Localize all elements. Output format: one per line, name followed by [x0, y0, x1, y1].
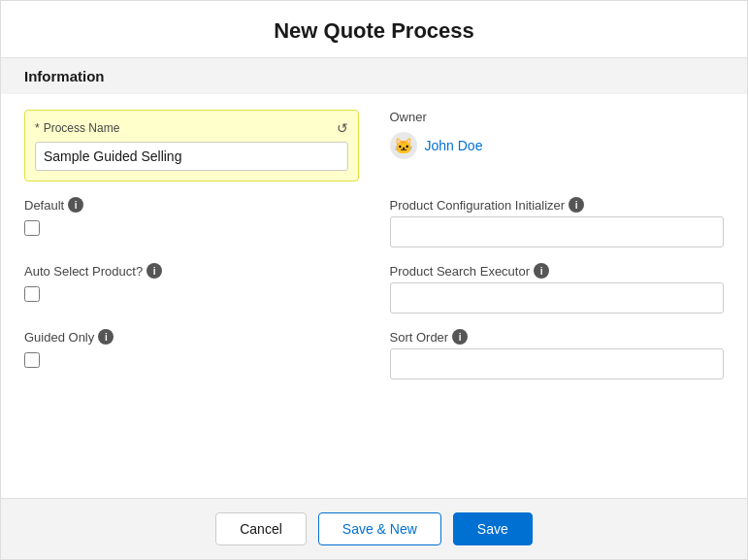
modal-title: New Quote Process: [24, 18, 724, 44]
default-checkbox[interactable]: [24, 220, 40, 236]
product-search-executor-info-icon[interactable]: i: [534, 263, 549, 279]
auto-select-checkbox-wrapper: [24, 286, 359, 302]
product-config-initializer-input[interactable]: [390, 216, 725, 247]
product-config-initializer-field: Product Configuration Initializer i: [390, 197, 725, 247]
modal-body: Information * Process Name ↺ Owner: [1, 58, 747, 498]
reset-icon[interactable]: ↺: [337, 120, 348, 136]
owner-display: 🐱 John Doe: [390, 132, 725, 159]
modal-container: New Quote Process Information * Process …: [0, 0, 748, 560]
avatar: 🐱: [390, 132, 417, 159]
process-name-label-row: * Process Name ↺: [35, 120, 348, 136]
guided-only-checkbox-wrapper: [24, 352, 359, 368]
sort-order-label: Sort Order i: [390, 329, 725, 345]
guided-only-info-icon[interactable]: i: [98, 329, 114, 345]
default-field: Default i: [24, 197, 359, 247]
owner-field: Owner 🐱 John Doe: [390, 110, 725, 181]
section-label: Information: [1, 58, 747, 94]
product-search-executor-field: Product Search Executor i: [390, 263, 725, 313]
auto-select-product-checkbox[interactable]: [24, 286, 40, 302]
guided-only-label: Guided Only i: [24, 329, 359, 345]
sort-order-input[interactable]: [390, 348, 725, 379]
guided-only-field: Guided Only i: [24, 329, 359, 379]
required-marker: *: [35, 121, 40, 135]
product-config-initializer-info-icon[interactable]: i: [569, 197, 584, 213]
form-grid: * Process Name ↺ Owner 🐱 John Doe: [24, 110, 724, 379]
default-checkbox-wrapper: [24, 220, 359, 236]
owner-name[interactable]: John Doe: [425, 138, 483, 153]
owner-label: Owner: [390, 110, 725, 124]
auto-select-product-label: Auto Select Product? i: [24, 263, 359, 279]
process-name-label-text: Process Name: [44, 121, 120, 135]
default-info-icon[interactable]: i: [68, 197, 83, 213]
product-search-executor-input[interactable]: [390, 282, 725, 313]
cancel-button[interactable]: Cancel: [215, 512, 307, 545]
save-button[interactable]: Save: [453, 512, 533, 545]
save-new-button[interactable]: Save & New: [318, 512, 441, 545]
process-name-input[interactable]: [35, 142, 348, 171]
process-name-field-wrapper: * Process Name ↺: [24, 110, 359, 181]
product-search-executor-label: Product Search Executor i: [390, 263, 725, 279]
modal-footer: Cancel Save & New Save: [1, 498, 747, 559]
auto-select-product-info-icon[interactable]: i: [146, 263, 162, 279]
auto-select-product-field: Auto Select Product? i: [24, 263, 359, 313]
guided-only-checkbox[interactable]: [24, 352, 40, 368]
product-config-initializer-label: Product Configuration Initializer i: [390, 197, 725, 213]
sort-order-info-icon[interactable]: i: [452, 329, 468, 345]
default-label: Default i: [24, 197, 359, 213]
process-name-label-left: * Process Name: [35, 121, 119, 135]
modal-header: New Quote Process: [1, 1, 747, 58]
sort-order-field: Sort Order i: [390, 329, 725, 379]
